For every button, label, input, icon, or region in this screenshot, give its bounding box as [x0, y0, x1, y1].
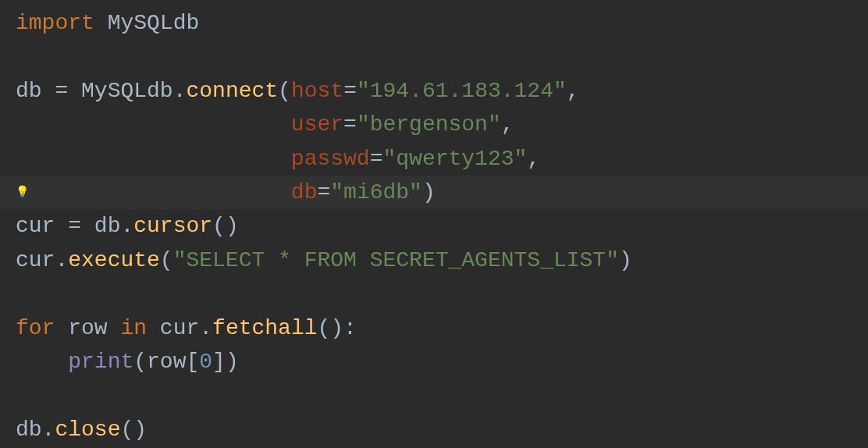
paren-open: ( — [133, 350, 147, 374]
parens: () — [212, 214, 239, 238]
object-cur: cur. — [160, 316, 212, 340]
param-eq: = — [343, 79, 357, 103]
indent — [16, 112, 291, 137]
code-line-10[interactable]: for row in cur.fetchall(): — [0, 311, 868, 345]
comma: , — [567, 79, 580, 103]
operator-eq: = — [55, 79, 68, 103]
param-eq: = — [343, 112, 357, 137]
param-db: db — [291, 180, 318, 204]
code-line-7[interactable]: cur = db.cursor() — [0, 209, 868, 243]
module-name: MySQLdb — [94, 11, 199, 35]
code-line-4[interactable]: user="bergenson", — [0, 108, 868, 141]
module-ref: MySQLdb. — [68, 79, 186, 103]
code-editor[interactable]: import MySQLdb db = MySQLdb.connect(host… — [0, 6, 868, 446]
code-line-1[interactable]: import MySQLdb — [0, 6, 868, 40]
keyword-in: in — [120, 316, 159, 340]
variable-row: row — [68, 316, 120, 340]
builtin-print: print — [68, 350, 133, 374]
number-zero: 0 — [199, 350, 212, 374]
paren-close: ) — [619, 248, 632, 272]
string-query: "SELECT * FROM SECRET_AGENTS_LIST" — [173, 248, 619, 272]
indent — [16, 147, 291, 171]
method-fetchall: fetchall — [212, 316, 317, 340]
object-db: db. — [81, 214, 133, 238]
string-user: "bergenson" — [357, 112, 501, 137]
code-line-5[interactable]: passwd="qwerty123", — [0, 142, 868, 176]
variable-row-index: row[ — [147, 350, 199, 374]
close-brackets: ]) — [212, 350, 239, 374]
variable-db: db — [16, 79, 55, 103]
code-line-9[interactable] — [0, 277, 868, 311]
string-passwd: "qwerty123" — [383, 147, 528, 171]
paren-open: ( — [278, 79, 291, 103]
keyword-for: for — [16, 316, 68, 340]
parens-colon: (): — [318, 316, 357, 340]
string-db: "mi6db" — [330, 180, 422, 204]
lightbulb-icon[interactable]: 💡 — [16, 184, 29, 201]
operator-eq: = — [68, 214, 81, 238]
object-db: db. — [16, 418, 55, 442]
code-line-8[interactable]: cur.execute("SELECT * FROM SECRET_AGENTS… — [0, 244, 868, 277]
method-cursor: cursor — [133, 214, 212, 238]
method-execute: execute — [68, 248, 160, 272]
keyword-import: import — [16, 11, 94, 35]
variable-cur: cur — [16, 214, 68, 238]
comma: , — [501, 112, 514, 137]
method-close: close — [55, 418, 120, 442]
param-host: host — [291, 79, 343, 103]
code-line-6[interactable]: 💡 db="mi6db") — [0, 176, 868, 209]
code-line-3[interactable]: db = MySQLdb.connect(host="194.61.183.12… — [0, 74, 868, 108]
param-eq: = — [370, 147, 383, 171]
object-cur: cur. — [16, 248, 68, 272]
code-line-13[interactable]: db.close() — [0, 413, 868, 446]
paren-close: ) — [422, 180, 436, 204]
comma: , — [527, 147, 540, 171]
string-host: "194.61.183.124" — [357, 79, 567, 103]
param-user: user — [291, 112, 343, 137]
paren-open: ( — [160, 248, 173, 272]
method-connect: connect — [186, 79, 278, 103]
code-line-11[interactable]: print(row[0]) — [0, 345, 868, 379]
param-passwd: passwd — [291, 147, 370, 171]
indent — [16, 350, 68, 374]
param-eq: = — [317, 180, 330, 204]
code-line-12[interactable] — [0, 379, 868, 412]
code-line-2[interactable] — [0, 40, 868, 73]
parens: () — [120, 418, 147, 442]
indent — [16, 180, 291, 204]
